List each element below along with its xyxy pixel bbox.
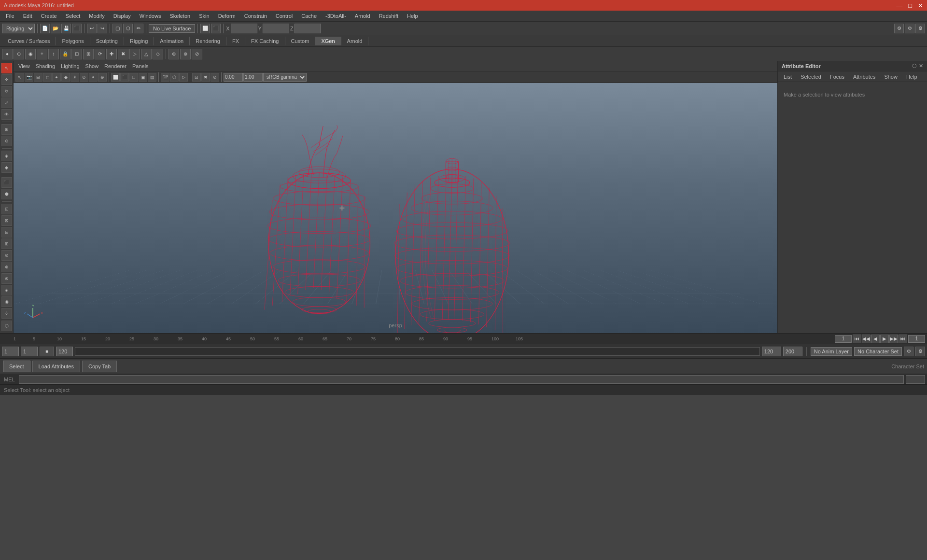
timeline-scrubber[interactable]	[75, 347, 760, 356]
new-scene-button[interactable]: 📄	[40, 24, 50, 33]
settings-icon-2[interactable]: ⚙	[905, 24, 914, 33]
menu-control[interactable]: Control	[272, 12, 296, 20]
lighting-menu[interactable]: Lighting	[59, 63, 82, 69]
tab-polygons[interactable]: Polygons	[56, 37, 90, 45]
play-start-btn[interactable]: ⏮	[853, 335, 861, 343]
renderer-menu[interactable]: Renderer	[102, 63, 128, 69]
icon-btn-7[interactable]: ⊡	[71, 49, 82, 59]
icon-btn-14[interactable]: ◇	[153, 49, 163, 59]
lasso-tool[interactable]: ⬡	[123, 24, 133, 33]
left-extra-5[interactable]: ⊝	[1, 250, 12, 261]
left-extra-1[interactable]: ⊡	[1, 204, 12, 214]
play-forward-step-btn[interactable]: ▶▶	[889, 335, 898, 343]
play-back-btn[interactable]: ◀	[871, 335, 880, 343]
select-tool[interactable]: ▢	[112, 24, 122, 33]
menu-arnold[interactable]: Arnold	[351, 12, 374, 20]
left-extra-8[interactable]: ◈	[1, 285, 12, 295]
menu-help[interactable]: Help	[403, 12, 422, 20]
frame-current-field[interactable]	[21, 347, 38, 356]
maximize-button[interactable]: □	[908, 2, 912, 9]
vi-lights-btn[interactable]: ☀	[70, 73, 79, 82]
timeline-frame-counter[interactable]	[908, 335, 925, 343]
icon-btn-11[interactable]: ✖	[118, 49, 128, 59]
attr-tab-show[interactable]: Show	[880, 73, 901, 81]
menu-select[interactable]: Select	[62, 12, 84, 20]
attr-tab-list[interactable]: List	[780, 73, 796, 81]
play-end-btn[interactable]: ⏭	[899, 335, 907, 343]
load-attributes-button[interactable]: Load Attributes	[32, 361, 80, 372]
icon-btn-3[interactable]: ◉	[25, 49, 36, 59]
tab-fx-caching[interactable]: FX Caching	[245, 37, 285, 45]
frame-input[interactable]	[224, 73, 243, 82]
copy-tab-button[interactable]: Copy Tab	[82, 361, 117, 372]
vi-shadows-btn[interactable]: ⊙	[80, 73, 88, 82]
timeline-current-frame[interactable]	[835, 335, 852, 343]
paint-skin-btn[interactable]: ◆	[1, 162, 12, 173]
no-live-surface-label[interactable]: No Live Surface	[149, 24, 195, 33]
redo-button[interactable]: ↪	[98, 24, 107, 33]
viewport-3d[interactable]: + persp Y X Z	[14, 83, 777, 333]
vi-flat-btn[interactable]: ◆	[61, 73, 70, 82]
vi-x-ray-btn[interactable]: ✦	[89, 73, 98, 82]
icon-btn-10[interactable]: ✚	[106, 49, 117, 59]
move-tool-btn[interactable]: ✛	[1, 74, 12, 85]
soft-mod-btn[interactable]: ⊙	[1, 136, 12, 146]
x-field[interactable]	[231, 24, 257, 33]
settings-icon-3[interactable]: ⚙	[915, 24, 925, 33]
vi-extra-2[interactable]: ⬛	[120, 73, 129, 82]
panels-menu[interactable]: Panels	[130, 63, 151, 69]
window-controls[interactable]: — □ ✕	[896, 2, 923, 9]
tab-rendering[interactable]: Rendering	[190, 37, 226, 45]
snap-btn[interactable]: ⊞	[1, 124, 12, 135]
attr-tab-attributes[interactable]: Attributes	[849, 73, 879, 81]
menu-create[interactable]: Create	[37, 12, 61, 20]
left-extra-6[interactable]: ⊕	[1, 262, 12, 272]
icon-btn-2[interactable]: ⊙	[14, 49, 24, 59]
paint-tool[interactable]: ✏	[134, 24, 143, 33]
play-btn[interactable]: ▶	[880, 335, 889, 343]
ipr-btn[interactable]: ⬢	[1, 189, 12, 199]
attr-tab-focus[interactable]: Focus	[826, 73, 848, 81]
minimize-button[interactable]: —	[896, 2, 902, 9]
undo-button[interactable]: ↩	[87, 24, 97, 33]
icon-btn-16[interactable]: ⊗	[180, 49, 191, 59]
tab-curves-surfaces[interactable]: Curves / Surfaces	[2, 37, 56, 45]
menu-skin[interactable]: Skin	[195, 12, 213, 20]
vi-render-1[interactable]: 🎬	[161, 73, 169, 82]
menu-display[interactable]: Display	[110, 12, 135, 20]
timeline-track[interactable]: 1 5 10 15 20 25 30 35 40 45 50 55 60 65 …	[14, 334, 833, 344]
show-hide-btn[interactable]: 👁	[1, 109, 12, 120]
menu-deform[interactable]: Deform	[214, 12, 239, 20]
render-btn[interactable]: ⬛	[1, 177, 12, 188]
char-set-label[interactable]: No Character Set	[854, 347, 902, 356]
vi-grid-btn[interactable]: ⊞	[34, 73, 42, 82]
save-button[interactable]: 💾	[61, 24, 71, 33]
left-extra-9[interactable]: ◉	[1, 296, 12, 307]
rotate-tool-btn[interactable]: ↻	[1, 86, 12, 97]
menu-constrain[interactable]: Constrain	[240, 12, 271, 20]
scale-tool-btn[interactable]: ⤢	[1, 98, 12, 108]
anim-settings-btn[interactable]: ⚙	[904, 347, 913, 356]
menu-windows[interactable]: Windows	[136, 12, 165, 20]
attr-close-btn[interactable]: ✕	[919, 63, 923, 69]
icon-btn-9[interactable]: ⟳	[95, 49, 105, 59]
attr-float-btn[interactable]: ⬡	[912, 63, 917, 69]
vi-snap-2[interactable]: ✖	[201, 73, 210, 82]
range-start-field[interactable]	[762, 347, 781, 356]
sculpt-btn[interactable]: ◈	[1, 151, 12, 161]
left-extra-4[interactable]: ⊞	[1, 238, 12, 249]
vi-smooth-btn[interactable]: ●	[52, 73, 61, 82]
color-space-select[interactable]: sRGB gamma	[263, 73, 307, 82]
vi-cam-btn[interactable]: 📷	[25, 73, 33, 82]
anim-layer-label[interactable]: No Anim Layer	[811, 347, 852, 356]
tab-fx[interactable]: FX	[226, 37, 245, 45]
left-extra-10[interactable]: ◊	[1, 308, 12, 319]
icon-btn-4[interactable]: +	[37, 49, 47, 59]
vi-wireframe-btn[interactable]: ◻	[43, 73, 52, 82]
show-menu[interactable]: Show	[84, 63, 101, 69]
view-menu[interactable]: View	[16, 63, 32, 69]
save-as-button[interactable]: ⬛	[72, 24, 82, 33]
vi-extra-5[interactable]: ▤	[148, 73, 156, 82]
vi-select-btn[interactable]: ↖	[15, 73, 24, 82]
transform-btn-2[interactable]: ⬛	[211, 24, 221, 33]
